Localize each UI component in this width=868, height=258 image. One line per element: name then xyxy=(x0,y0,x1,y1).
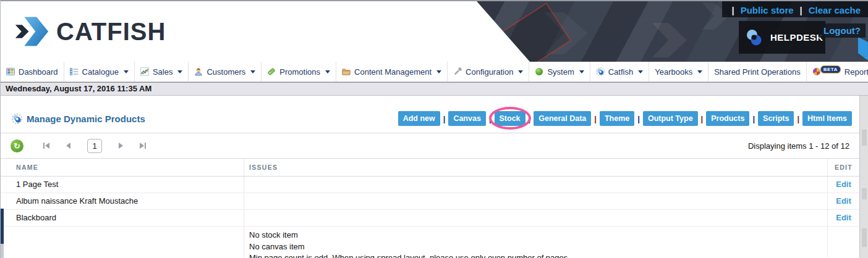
nav-item-label: Reporting Centre xyxy=(845,67,868,77)
separator: | xyxy=(594,114,597,123)
customers-person-icon xyxy=(194,67,203,76)
edit-link[interactable]: Edit xyxy=(836,213,851,222)
nav-item-label: Yearbooks xyxy=(655,67,692,77)
theme-button[interactable]: Theme xyxy=(600,111,634,126)
helpdesk-label: HELPDESK xyxy=(770,32,823,43)
nav-item-label: Dashboard xyxy=(19,67,58,77)
nav-item-configuration[interactable]: Configuration xyxy=(448,62,529,81)
table-row: Calendar No stock item No canvas item Mi… xyxy=(1,227,859,258)
helpdesk-swirl-icon xyxy=(744,27,765,48)
table-header-row: NAME ISSUES EDIT xyxy=(1,158,859,177)
brand-logo[interactable]: CATFISH xyxy=(1,15,166,48)
chevron-down-icon xyxy=(325,70,330,73)
sales-chart-icon xyxy=(140,67,149,76)
issue-text: No canvas item xyxy=(249,241,827,253)
refresh-button[interactable]: ↻ xyxy=(11,139,23,152)
promotions-tag-icon xyxy=(267,67,276,76)
chevron-down-icon xyxy=(579,70,584,73)
chevron-down-icon xyxy=(638,70,643,73)
table-row: Album naissance Kraft Moustache Edit xyxy=(1,193,859,210)
edit-link[interactable]: Edit xyxy=(836,180,851,189)
left-edge-artifact xyxy=(1,244,4,258)
edit-link[interactable]: Edit xyxy=(836,196,851,206)
nav-item-label: System xyxy=(547,67,574,77)
configuration-wrench-icon xyxy=(453,67,462,76)
current-page-indicator[interactable]: 1 xyxy=(87,139,102,153)
nav-item-content-management[interactable]: Content Management xyxy=(336,62,448,81)
app-header: CATFISH | Public store | Clear cache HEL… xyxy=(1,0,868,62)
column-header-name: NAME xyxy=(1,159,244,176)
nav-item-catalogue[interactable]: Catalogue xyxy=(64,62,135,81)
product-issues xyxy=(244,210,827,226)
product-name: Blackboard xyxy=(1,210,244,226)
pagination-controls: 1 xyxy=(43,139,146,153)
nav-item-label: Catfish xyxy=(608,67,633,77)
separator: | xyxy=(732,5,734,15)
product-name: Album naissance Kraft Moustache xyxy=(1,193,244,209)
table-row: Blackboard Edit xyxy=(1,210,859,227)
public-store-link[interactable]: Public store xyxy=(741,5,794,15)
chevron-down-icon xyxy=(124,70,129,73)
refresh-icon: ↻ xyxy=(14,141,20,151)
product-issues xyxy=(244,193,827,209)
nav-item-yearbooks[interactable]: Yearbooks xyxy=(649,62,708,81)
page-title-text: Manage Dynamic Products xyxy=(27,114,145,124)
chevron-down-icon xyxy=(250,70,255,73)
nav-item-label: Configuration xyxy=(466,67,513,77)
clear-cache-link[interactable]: Clear cache xyxy=(809,5,861,15)
scripts-button[interactable]: Scripts xyxy=(758,111,794,126)
dynamic-products-icon xyxy=(12,114,22,124)
separator: | xyxy=(443,114,446,123)
separator: | xyxy=(637,114,640,123)
nav-item-promotions[interactable]: Promotions xyxy=(262,62,336,81)
nav-item-customers[interactable]: Customers xyxy=(189,62,262,81)
nav-item-reporting-centre[interactable]: BETA Reporting Centre xyxy=(807,62,868,81)
content-folder-icon xyxy=(342,67,351,76)
catfish-swirl-icon xyxy=(596,67,605,76)
separator: | xyxy=(701,114,704,123)
last-page-button[interactable] xyxy=(140,143,146,149)
scrollbar[interactable] xyxy=(859,96,868,258)
page-title: Manage Dynamic Products xyxy=(12,114,145,124)
chevron-down-icon xyxy=(518,70,523,73)
table-row: 1 Page Test Edit xyxy=(1,177,859,193)
first-page-button[interactable] xyxy=(43,143,49,149)
nav-item-shared-print-operations[interactable]: Shared Print Operations xyxy=(708,62,806,81)
output-type-button[interactable]: Output Type xyxy=(643,111,698,126)
nav-item-dashboard[interactable]: Dashboard xyxy=(1,62,64,81)
product-name: Calendar xyxy=(1,227,244,258)
title-row: Manage Dynamic Products Add new | Canvas… xyxy=(12,110,852,127)
canvas-button[interactable]: Canvas xyxy=(448,111,485,126)
system-sphere-icon xyxy=(535,67,543,76)
reporting-pie-icon xyxy=(812,67,821,76)
stock-button[interactable]: Stock xyxy=(495,111,525,126)
separator: | xyxy=(489,114,491,123)
general-data-button[interactable]: General Data xyxy=(534,111,591,126)
previous-page-button[interactable] xyxy=(66,143,70,149)
left-edge-artifact xyxy=(1,209,4,244)
product-issues: No stock item No canvas item Min page co… xyxy=(244,227,827,258)
nav-item-sales[interactable]: Sales xyxy=(135,62,189,81)
nav-item-label: Shared Print Operations xyxy=(714,67,800,77)
product-name: 1 Page Test xyxy=(1,177,244,193)
chevron-down-icon xyxy=(177,70,182,73)
html-items-button[interactable]: Html Items xyxy=(802,111,852,126)
top-links: | Public store | Clear cache xyxy=(722,1,868,17)
toolbar: Add new | Canvas | Stock | General Data … xyxy=(398,111,852,126)
separator: | xyxy=(800,5,802,15)
add-new-button[interactable]: Add new xyxy=(398,111,440,126)
chevron-down-icon xyxy=(436,70,441,73)
issue-text: Min page count is odd. When using spread… xyxy=(249,252,827,258)
product-issues xyxy=(244,177,827,193)
nav-item-catfish[interactable]: Catfish xyxy=(590,62,649,81)
products-button[interactable]: Products xyxy=(706,111,749,126)
logout-link[interactable]: Logout? xyxy=(819,23,866,38)
nav-item-system[interactable]: System xyxy=(529,62,590,81)
separator: | xyxy=(529,114,531,123)
issue-text: No stock item xyxy=(249,230,827,241)
next-page-button[interactable] xyxy=(119,143,123,149)
app-window: CATFISH | Public store | Clear cache HEL… xyxy=(0,0,868,258)
catfish-chevron-icon xyxy=(14,15,49,48)
products-table: NAME ISSUES EDIT 1 Page Test Edit Album … xyxy=(1,158,859,258)
main-nav: Dashboard Catalogue Sales Customers xyxy=(1,62,868,82)
